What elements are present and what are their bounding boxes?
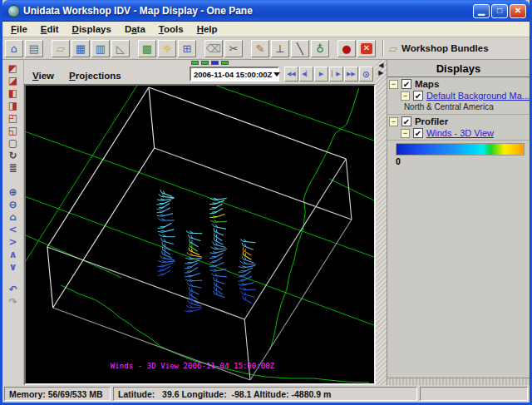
- menu-tools[interactable]: Tools: [155, 22, 191, 36]
- displays-horizontal-scrollbar[interactable]: [387, 378, 530, 385]
- status-extra-cell: [420, 387, 528, 401]
- view-cube-top-button[interactable]: ◩: [6, 62, 21, 74]
- visibility-checkbox[interactable]: ✔: [413, 128, 423, 138]
- map-3d-scene[interactable]: Winds - 3D View 2006-11-04 15:00:00Z: [26, 86, 374, 383]
- capture-image-button[interactable]: ▩: [138, 40, 156, 57]
- new-document-icon: ▤: [29, 43, 39, 54]
- menu-help[interactable]: Help: [193, 22, 225, 36]
- minimize-icon: ▁: [478, 6, 485, 15]
- eraser-button[interactable]: ⌫: [204, 40, 223, 57]
- time-step-indicator-1: [201, 61, 209, 65]
- time-selector[interactable]: 2006-11-04 15:00:00Z: [190, 67, 279, 81]
- map-display-area[interactable]: Winds - 3D View 2006-11-04 15:00:00Z: [24, 84, 376, 385]
- minimize-button[interactable]: ▁: [473, 4, 490, 18]
- tips-lightbulb-button[interactable]: ☼: [158, 40, 176, 57]
- redo-button[interactable]: ↷: [6, 295, 21, 308]
- time-step-indicator-3: [221, 61, 229, 65]
- visibility-checkbox[interactable]: ✔: [401, 79, 411, 89]
- collapse-left-icon[interactable]: ◀: [378, 62, 383, 69]
- tips-lightbulb-icon: ☼: [162, 43, 172, 54]
- save-icon: ▦: [76, 43, 86, 54]
- step-back-button[interactable]: ◀▏: [299, 67, 313, 81]
- go-to-start-button[interactable]: ◀◀: [284, 67, 298, 81]
- pan-down-icon: ∨: [9, 262, 17, 272]
- go-to-start-icon: ◀◀: [287, 71, 296, 77]
- folder-icon: ▱: [389, 42, 397, 55]
- pan-right-button[interactable]: >: [6, 235, 21, 248]
- go-to-end-icon: ▶▶: [347, 71, 356, 77]
- window-title: Unidata Workshop IDV - Map Display - One…: [23, 5, 473, 17]
- new-document-button[interactable]: ▤: [25, 40, 43, 57]
- cut-scissors-button[interactable]: ✂: [224, 40, 243, 57]
- pan-down-button[interactable]: ∨: [6, 260, 21, 273]
- transect-line-button[interactable]: ╲: [291, 40, 309, 57]
- play-button[interactable]: ▶: [314, 67, 328, 81]
- zoom-in-icon: ⊕: [8, 187, 17, 197]
- eraser-icon: ⌫: [206, 43, 221, 54]
- view-cube-south-icon: ◨: [8, 101, 17, 111]
- go-to-end-button[interactable]: ▶▶: [344, 67, 358, 81]
- displays-panel-title: Displays: [387, 60, 530, 77]
- menu-projections[interactable]: Projections: [64, 70, 126, 81]
- pan-left-button[interactable]: <: [6, 223, 21, 235]
- view-cube-east-button[interactable]: ◰: [6, 111, 21, 124]
- export-display-button[interactable]: ⊞: [178, 40, 196, 57]
- group-profiler: −✔Profiler−✔Winds - 3D View: [387, 115, 530, 141]
- time-row: 2006-11-04 15:00:00Z ◀◀◀▏▶▏▶▶▶⊙: [190, 67, 373, 81]
- reset-home-view-button[interactable]: ⌂: [6, 210, 21, 223]
- panel-splitter[interactable]: ◀ ▶: [376, 60, 387, 385]
- view-cube-north-button[interactable]: ◧: [6, 86, 21, 99]
- view-cube-south-button[interactable]: ◨: [6, 99, 21, 111]
- collapse-button[interactable]: −: [389, 117, 398, 126]
- cancel-button[interactable]: ✕: [357, 40, 376, 57]
- axes-button[interactable]: ⊥: [271, 40, 289, 57]
- view-cube-west-button[interactable]: ◱: [6, 124, 21, 136]
- vertical-scale-button[interactable]: ≣: [6, 161, 21, 174]
- menu-displays[interactable]: Displays: [68, 22, 119, 36]
- open-folder-button[interactable]: ▱: [52, 40, 70, 57]
- menu-view[interactable]: View: [27, 70, 59, 81]
- window-controls: ▁□✕: [473, 4, 526, 18]
- zoom-out-button[interactable]: ⊖: [6, 198, 21, 210]
- menu-edit[interactable]: Edit: [37, 22, 66, 36]
- workshop-bundles-button[interactable]: ▱ Workshop Bundles: [389, 42, 489, 55]
- dropdown-caret-icon: [273, 72, 280, 77]
- maximize-button[interactable]: □: [491, 4, 508, 18]
- step-forward-button[interactable]: ▏▶: [329, 67, 343, 81]
- collapse-button[interactable]: −: [389, 80, 398, 89]
- animation-properties-button[interactable]: ⊙: [359, 67, 373, 81]
- home-button[interactable]: ⌂: [5, 40, 23, 57]
- collapse-button[interactable]: −: [401, 129, 410, 138]
- view-cube-east-icon: ◰: [8, 113, 17, 123]
- close-button[interactable]: ✕: [510, 4, 526, 18]
- display-link-default-background-ma[interactable]: Default Background Ma...: [426, 91, 530, 101]
- step-back-icon: ◀▏: [302, 71, 311, 77]
- menu-data[interactable]: Data: [121, 22, 153, 36]
- save-as-icon: ▥: [96, 43, 106, 54]
- rotate-view-icon: ↻: [8, 151, 17, 161]
- record-button[interactable]: ●: [337, 40, 356, 57]
- draw-pen-button[interactable]: ✎: [251, 40, 269, 57]
- pan-up-button[interactable]: ∧: [6, 248, 21, 260]
- pan-left-icon: <: [8, 225, 17, 235]
- wireframe-box-toggle-button[interactable]: ▢: [6, 136, 21, 149]
- map-view-header: ViewProjections 2006-11-04 15:00:00Z ◀◀◀…: [24, 60, 376, 84]
- save-as-button[interactable]: ▥: [91, 40, 110, 57]
- collapse-right-icon[interactable]: ▶: [378, 69, 383, 77]
- undo-button[interactable]: ↶: [6, 283, 21, 295]
- globe-button[interactable]: ♁: [311, 40, 329, 57]
- zoom-in-button[interactable]: ⊕: [6, 185, 21, 198]
- set-square-button[interactable]: ◺: [111, 40, 130, 57]
- rotate-view-button[interactable]: ↻: [6, 149, 21, 161]
- collapse-button[interactable]: −: [401, 91, 410, 101]
- visibility-checkbox[interactable]: ✔: [413, 91, 423, 101]
- title-bar[interactable]: Unidata Workshop IDV - Map Display - One…: [2, 0, 530, 22]
- winds-colorbar[interactable]: [396, 143, 525, 156]
- close-icon: ✕: [515, 6, 521, 15]
- view-cube-bottom-button[interactable]: ◪: [6, 74, 21, 86]
- menu-file[interactable]: File: [7, 22, 35, 36]
- display-link-winds-3d-view[interactable]: Winds - 3D View: [426, 128, 494, 138]
- save-button[interactable]: ▦: [71, 40, 90, 57]
- time-step-indicator-0: [191, 61, 199, 65]
- visibility-checkbox[interactable]: ✔: [401, 116, 411, 126]
